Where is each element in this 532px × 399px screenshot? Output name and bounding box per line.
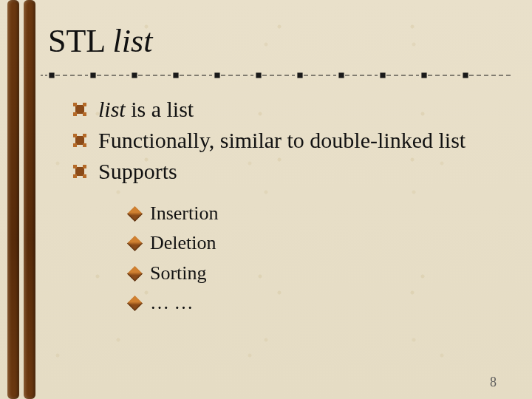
item-text: is a list [126, 97, 194, 121]
list-item: Supports [73, 156, 510, 187]
decorative-bar [24, 0, 35, 399]
list-item: Insertion [129, 199, 510, 228]
svg-rect-29 [73, 134, 77, 137]
svg-rect-9 [215, 73, 219, 78]
bullet-list-level2: Insertion Deletion Sorting … … [129, 199, 510, 318]
svg-rect-5 [132, 73, 137, 78]
title-divider [41, 70, 502, 81]
bullet-icon [73, 134, 86, 147]
svg-rect-24 [73, 103, 77, 106]
svg-rect-31 [73, 143, 77, 147]
list-item: Deletion [129, 228, 510, 258]
svg-rect-11 [256, 73, 261, 78]
slide-content: STL list [48, 22, 510, 384]
svg-rect-36 [73, 174, 77, 178]
item-text: Insertion [150, 202, 218, 224]
svg-rect-30 [83, 134, 86, 137]
list-item: Functionally, similar to double-linked l… [73, 125, 510, 156]
page-number: 8 [490, 375, 497, 390]
item-text: … … [150, 292, 194, 313]
svg-rect-34 [73, 165, 77, 168]
bullet-icon [73, 165, 86, 178]
list-item: … … [129, 288, 510, 318]
svg-rect-21 [463, 73, 468, 78]
svg-rect-19 [422, 73, 426, 78]
svg-rect-32 [83, 143, 86, 147]
item-text: Deletion [150, 232, 216, 253]
svg-rect-35 [83, 165, 86, 168]
svg-rect-3 [91, 73, 95, 78]
svg-rect-25 [83, 103, 86, 106]
bullet-icon [127, 265, 143, 281]
bullet-icon [73, 103, 86, 116]
svg-rect-26 [73, 112, 77, 116]
decorative-left-bars [7, 0, 37, 399]
item-italic: list [98, 97, 126, 121]
svg-rect-13 [298, 73, 302, 78]
decorative-bar [7, 0, 19, 399]
svg-rect-37 [83, 174, 86, 178]
bullet-list-level1: list is a list Functionally, similar to … [73, 94, 510, 187]
svg-rect-27 [83, 112, 86, 116]
bullet-icon [127, 206, 143, 222]
list-item: list is a list [73, 94, 510, 125]
svg-rect-17 [381, 73, 385, 78]
svg-rect-15 [339, 73, 344, 78]
item-text: Sorting [150, 262, 207, 284]
svg-rect-7 [174, 73, 178, 78]
title-prefix: STL [48, 23, 113, 59]
slide-title: STL list [48, 22, 510, 60]
title-italic: list [113, 23, 153, 59]
item-text: Supports [98, 159, 177, 183]
bullet-icon [127, 236, 143, 251]
svg-rect-1 [50, 73, 54, 78]
bullet-icon [127, 296, 143, 311]
item-text: Functionally, similar to double-linked l… [98, 128, 466, 152]
list-item: Sorting [129, 259, 510, 288]
